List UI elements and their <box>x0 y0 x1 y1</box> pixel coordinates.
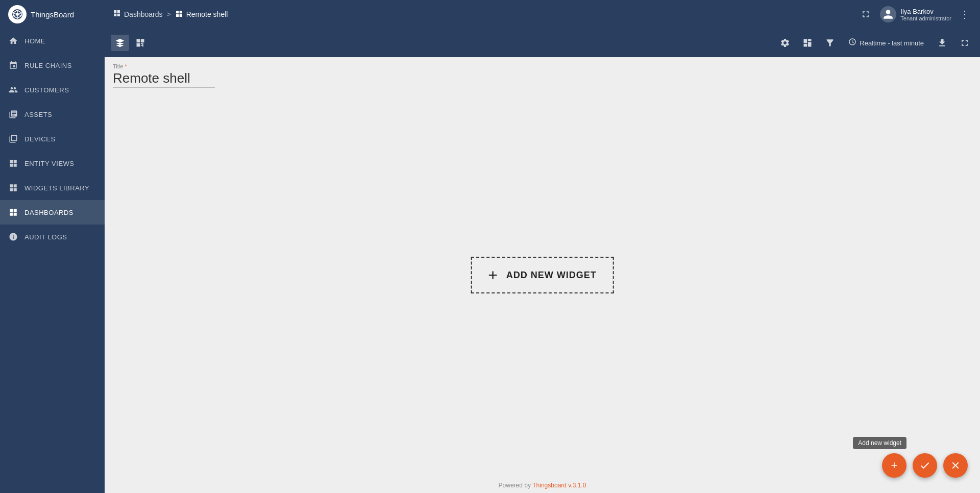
add-new-widget-button[interactable]: + ADD NEW WIDGET <box>471 257 614 293</box>
dashboards-breadcrumb-icon <box>113 9 121 19</box>
assets-icon <box>8 110 18 119</box>
dashboards-icon <box>8 208 18 217</box>
header-more-button[interactable]: ⋮ <box>958 6 972 22</box>
toolbar-left <box>111 35 150 51</box>
layout-button[interactable] <box>131 35 150 51</box>
breadcrumb-dashboards[interactable]: Dashboards <box>113 9 163 19</box>
footer: Powered by Thingsboard v.3.1.0 <box>105 482 980 489</box>
entity-views-icon <box>8 159 18 168</box>
rule-chains-icon <box>8 61 18 70</box>
svg-point-2 <box>16 13 19 16</box>
manage-layouts-button[interactable] <box>798 35 817 51</box>
sidebar-item-devices[interactable]: DEVICES <box>0 127 105 151</box>
sidebar-item-customers[interactable]: CUSTOMERS <box>0 78 105 102</box>
edit-mode-button[interactable] <box>111 35 129 51</box>
logo-icon <box>8 5 27 23</box>
fullscreen-dashboard-button[interactable] <box>955 35 974 51</box>
avatar <box>880 6 896 22</box>
breadcrumb-current: Remote shell <box>175 10 228 19</box>
add-widget-container: + ADD NEW WIDGET <box>471 257 614 293</box>
dashboard-canvas: Title * Remote shell + ADD NEW WIDGET Ad… <box>105 57 980 493</box>
app-name: ThingsBoard <box>31 10 74 19</box>
top-header: ThingsBoard Dashboards > Remote shell <box>0 0 980 29</box>
clock-icon <box>848 38 856 48</box>
customers-icon <box>8 85 18 94</box>
main-content: Realtime - last minute Title * Remote sh… <box>105 29 980 493</box>
user-info: Ilya Barkov Tenant administrator <box>900 8 951 21</box>
settings-button[interactable] <box>776 35 794 51</box>
title-label: Title * <box>113 63 215 69</box>
sidebar-item-audit-logs[interactable]: AUDIT LOGS <box>0 225 105 249</box>
audit-logs-icon <box>8 232 18 241</box>
sidebar-item-rule-chains[interactable]: RULE CHAINS <box>0 53 105 78</box>
breadcrumb-separator: > <box>167 10 171 18</box>
user-area[interactable]: Ilya Barkov Tenant administrator <box>880 6 951 22</box>
filter-button[interactable] <box>821 35 839 51</box>
devices-icon <box>8 134 18 143</box>
fab-cancel-button[interactable] <box>943 453 968 478</box>
home-icon <box>8 36 18 45</box>
header-right: Ilya Barkov Tenant administrator ⋮ <box>857 6 972 22</box>
add-widget-tooltip: Add new widget <box>853 437 906 449</box>
dashboard-title[interactable]: Remote shell <box>113 70 215 88</box>
widgets-library-icon <box>8 183 18 192</box>
sidebar-item-entity-views[interactable]: ENTITY VIEWS <box>0 151 105 176</box>
logo-area: ThingsBoard <box>8 5 113 23</box>
fab-add-button[interactable]: + <box>882 453 906 478</box>
title-asterisk: * <box>125 63 127 69</box>
sidebar-item-dashboards[interactable]: DASHBOARDS <box>0 200 105 225</box>
fab-area: Add new widget + <box>882 453 968 478</box>
footer-link[interactable]: Thingsboard v.3.1.0 <box>532 482 586 489</box>
sidebar: HOME RULE CHAINS CUSTOMERS ASSETS <box>0 29 105 493</box>
plus-icon: + <box>488 267 498 283</box>
realtime-button[interactable]: Realtime - last minute <box>843 35 929 51</box>
breadcrumb: Dashboards > Remote shell <box>113 9 857 19</box>
download-button[interactable] <box>933 35 951 51</box>
sidebar-item-assets[interactable]: ASSETS <box>0 102 105 127</box>
current-dashboard-icon <box>175 10 183 19</box>
sidebar-item-home[interactable]: HOME <box>0 29 105 53</box>
fab-confirm-button[interactable] <box>913 453 937 478</box>
sidebar-item-widgets-library[interactable]: WIDGETS LIBRARY <box>0 176 105 200</box>
fullscreen-button[interactable] <box>857 6 874 22</box>
dashboard-toolbar: Realtime - last minute <box>105 29 980 57</box>
title-field: Title * Remote shell <box>113 63 215 88</box>
toolbar-right: Realtime - last minute <box>776 35 974 51</box>
